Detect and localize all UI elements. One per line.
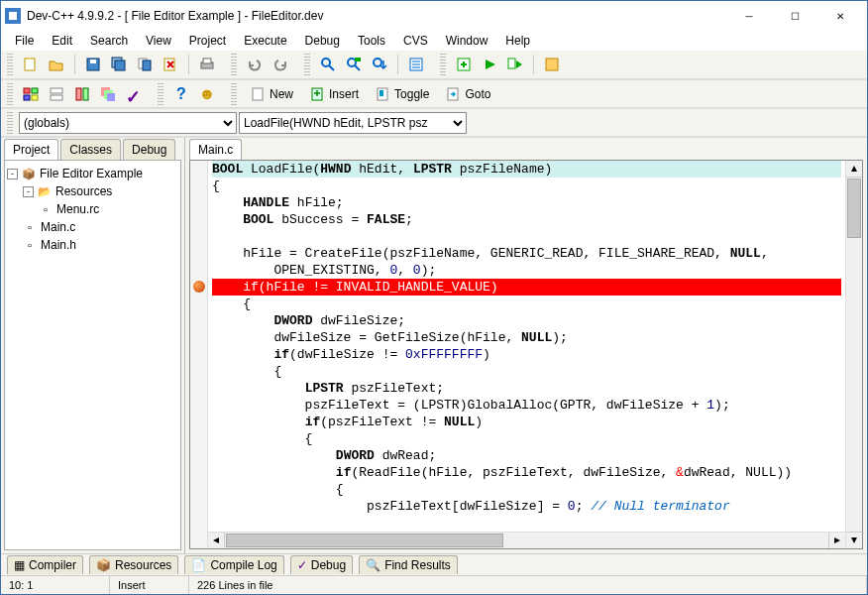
help-button[interactable]: ? bbox=[169, 82, 193, 106]
new-project-button[interactable] bbox=[19, 53, 43, 76]
save-copy-button[interactable] bbox=[133, 53, 157, 76]
menu-window[interactable]: Window bbox=[438, 32, 496, 50]
code-line[interactable]: if(ReadFile(hFile, pszFileText, dwFileSi… bbox=[212, 464, 841, 481]
toolbar-grip-2[interactable] bbox=[231, 54, 237, 75]
toolbar-grip-6[interactable] bbox=[158, 83, 163, 105]
tab-debug[interactable]: Debug bbox=[123, 139, 175, 160]
code-line[interactable]: hFile = CreateFile(pszFileName, GENERIC_… bbox=[212, 245, 841, 262]
code-line[interactable]: { bbox=[212, 178, 841, 194]
tree-file-main-c[interactable]: ▫ Main.c bbox=[7, 218, 178, 236]
find-next-button[interactable] bbox=[368, 53, 391, 76]
maximize-button[interactable]: ☐ bbox=[772, 2, 817, 30]
menu-execute[interactable]: Execute bbox=[236, 32, 294, 50]
menu-help[interactable]: Help bbox=[497, 32, 538, 50]
tab-debug-output[interactable]: ✓Debug bbox=[290, 555, 353, 574]
goto-bookmark-button[interactable]: Goto bbox=[438, 82, 497, 106]
menu-file[interactable]: File bbox=[7, 32, 42, 50]
open-button[interactable] bbox=[45, 53, 68, 76]
tile-rows-button[interactable] bbox=[45, 82, 68, 106]
save-all-button[interactable] bbox=[107, 53, 131, 76]
close-button[interactable]: ✕ bbox=[817, 2, 863, 30]
scope-dropdown[interactable]: (globals) bbox=[19, 112, 237, 134]
about-button[interactable]: ☻ bbox=[195, 82, 219, 106]
svg-rect-33 bbox=[380, 90, 383, 96]
undo-button[interactable] bbox=[243, 53, 267, 76]
code-line[interactable]: { bbox=[212, 363, 841, 380]
code-line[interactable]: { bbox=[212, 481, 841, 498]
tab-find-results[interactable]: 🔍Find Results bbox=[359, 555, 458, 574]
minimize-button[interactable]: ─ bbox=[726, 2, 772, 30]
code-line[interactable]: BOOL bSuccess = FALSE; bbox=[212, 211, 841, 228]
tab-resources[interactable]: 📦Resources bbox=[89, 555, 178, 574]
code-line[interactable]: DWORD dwFileSize; bbox=[212, 312, 841, 329]
toggle-check-button[interactable]: ✓ bbox=[122, 82, 146, 106]
code-editor[interactable]: BOOL LoadFile(HWND hEdit, LPSTR pszFileN… bbox=[208, 161, 845, 548]
compile-run-button[interactable] bbox=[503, 53, 527, 76]
cascade-button[interactable] bbox=[96, 82, 120, 106]
toolbar-grip-4[interactable] bbox=[440, 54, 446, 75]
tile-cols-button[interactable] bbox=[70, 82, 94, 106]
compile-button[interactable] bbox=[452, 53, 476, 76]
menu-edit[interactable]: Edit bbox=[44, 32, 80, 50]
tree-root[interactable]: - 📦 File Editor Example bbox=[7, 165, 178, 182]
toggle-bookmark-button[interactable]: Toggle bbox=[368, 82, 436, 106]
run-button[interactable] bbox=[478, 53, 501, 76]
code-line[interactable] bbox=[212, 228, 841, 245]
tab-classes[interactable]: Classes bbox=[60, 139, 121, 160]
rebuild-button[interactable] bbox=[540, 53, 564, 76]
svg-point-11 bbox=[322, 59, 330, 66]
tab-project[interactable]: Project bbox=[4, 139, 58, 160]
status-lines: 226 Lines in file bbox=[189, 576, 867, 594]
code-line[interactable]: DWORD dwRead; bbox=[212, 447, 841, 464]
menu-view[interactable]: View bbox=[138, 32, 179, 50]
menu-tools[interactable]: Tools bbox=[350, 32, 393, 50]
code-line[interactable]: if(hFile != INVALID_HANDLE_VALUE) bbox=[212, 279, 841, 296]
toolbar-grip-5[interactable] bbox=[7, 83, 13, 105]
code-line[interactable]: if(dwFileSize != 0xFFFFFFFF) bbox=[212, 346, 841, 363]
menu-debug[interactable]: Debug bbox=[297, 32, 348, 50]
breakpoint-icon[interactable] bbox=[193, 281, 205, 293]
horizontal-scrollbar[interactable]: ◂ ▸ bbox=[208, 532, 845, 548]
code-line[interactable]: pszFileText[dwFileSize] = 0; // Null ter… bbox=[212, 498, 841, 515]
tree-folder[interactable]: - 📂 Resources bbox=[7, 182, 178, 200]
editor-tab-main-c[interactable]: Main.c bbox=[189, 139, 242, 160]
expand-icon[interactable]: - bbox=[7, 169, 18, 179]
go-to-line-button[interactable] bbox=[404, 53, 428, 76]
svg-rect-20 bbox=[32, 88, 38, 93]
function-dropdown[interactable]: LoadFile(HWND hEdit, LPSTR psz bbox=[239, 112, 467, 134]
code-line[interactable]: if(pszFileText != NULL) bbox=[212, 414, 841, 430]
code-line[interactable]: HANDLE hFile; bbox=[212, 194, 841, 211]
redo-button[interactable] bbox=[269, 53, 292, 76]
code-line[interactable]: { bbox=[212, 296, 841, 312]
menu-cvs[interactable]: CVS bbox=[395, 32, 436, 50]
new-source-button[interactable]: New bbox=[243, 82, 300, 106]
code-line[interactable]: pszFileText = (LPSTR)GlobalAlloc(GPTR, d… bbox=[212, 397, 841, 414]
tree-file-main-h[interactable]: ▫ Main.h bbox=[7, 236, 178, 254]
replace-button[interactable] bbox=[342, 53, 366, 76]
insert-snippet-button[interactable]: Insert bbox=[302, 82, 366, 106]
code-line[interactable]: OPEN_EXISTING, 0, 0); bbox=[212, 262, 841, 279]
svg-rect-10 bbox=[203, 59, 211, 63]
menu-search[interactable]: Search bbox=[82, 32, 136, 50]
project-tree[interactable]: - 📦 File Editor Example - 📂 Resources ▫ … bbox=[4, 160, 181, 550]
editor-gutter[interactable] bbox=[190, 161, 208, 548]
tile-horiz-button[interactable] bbox=[19, 82, 43, 106]
print-button[interactable] bbox=[195, 53, 219, 76]
code-line[interactable]: dwFileSize = GetFileSize(hFile, NULL); bbox=[212, 329, 841, 346]
toolbar-grip-3[interactable] bbox=[304, 54, 310, 75]
close-file-button[interactable] bbox=[159, 53, 182, 76]
menu-project[interactable]: Project bbox=[181, 32, 234, 50]
find-button[interactable] bbox=[316, 53, 340, 76]
expand-icon[interactable]: - bbox=[23, 186, 34, 197]
tree-file-menu-rc[interactable]: ▫ Menu.rc bbox=[7, 200, 178, 218]
code-line[interactable]: BOOL LoadFile(HWND hEdit, LPSTR pszFileN… bbox=[212, 161, 841, 178]
toolbar-grip[interactable] bbox=[7, 54, 13, 75]
toolbar-grip-7[interactable] bbox=[231, 83, 237, 105]
tab-compile-log[interactable]: 📄Compile Log bbox=[184, 555, 283, 574]
code-line[interactable]: { bbox=[212, 430, 841, 447]
save-button[interactable] bbox=[81, 53, 105, 76]
tab-compiler[interactable]: ▦Compiler bbox=[7, 555, 83, 574]
vertical-scrollbar[interactable]: ▴ ▾ bbox=[845, 161, 862, 548]
toolbar-grip-8[interactable] bbox=[7, 112, 13, 134]
code-line[interactable]: LPSTR pszFileText; bbox=[212, 380, 841, 397]
